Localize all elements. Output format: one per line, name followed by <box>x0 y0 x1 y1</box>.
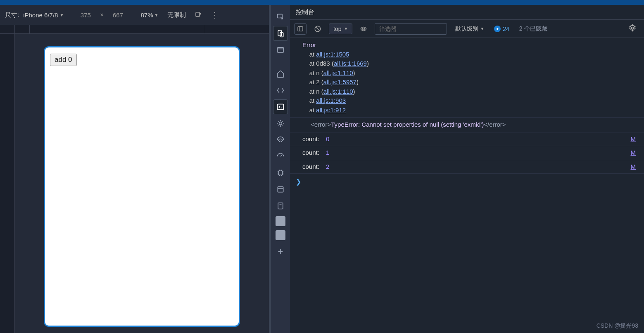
svg-point-13 <box>632 27 634 29</box>
more-options-icon[interactable]: ⋮ <box>211 10 219 20</box>
stack-line: at n (all.js:1:110) <box>302 87 638 97</box>
extension-box-1[interactable] <box>276 216 285 226</box>
console-title: 控制台 <box>296 8 314 16</box>
console-icon[interactable] <box>273 99 288 114</box>
console-output[interactable]: Error at all.js:1:1505 at 0d83 (all.js:1… <box>290 38 644 333</box>
device-toolbar: 尺寸: iPhone 6/7/8 ▼ × 87% ▼ 无限制 ⋮ <box>0 5 269 25</box>
source-link[interactable]: all.js:1:1669 <box>334 60 367 67</box>
source-link[interactable]: all.js:1:110 <box>323 69 353 76</box>
throttle-value: 无限制 <box>167 11 186 19</box>
log-value: 1 <box>326 148 329 158</box>
viewport-area: add 0 <box>0 34 269 333</box>
log-label: count: <box>302 148 319 158</box>
ruler-h-track <box>15 25 269 34</box>
log-label: count: <box>302 162 319 172</box>
device-toggle-icon[interactable] <box>273 26 288 41</box>
height-input[interactable] <box>108 12 128 19</box>
error-title: Error <box>302 41 316 48</box>
ruler-vertical <box>0 34 15 333</box>
device-emulator-panel: 尺寸: iPhone 6/7/8 ▼ × 87% ▼ 无限制 ⋮ <box>0 5 269 333</box>
source-link[interactable]: all.js:1:110 <box>323 88 353 95</box>
debugger-icon[interactable] <box>273 116 288 131</box>
svg-point-6 <box>279 122 282 125</box>
width-input[interactable] <box>75 12 96 19</box>
add-panel-icon[interactable]: + <box>273 244 288 259</box>
live-expression-icon[interactable] <box>358 24 369 34</box>
size-label: 尺寸: <box>5 11 19 19</box>
rotate-icon[interactable] <box>194 11 202 19</box>
source-link[interactable]: all.js:1:903 <box>316 97 346 104</box>
device-select[interactable]: iPhone 6/7/8 ▼ <box>23 12 64 19</box>
chevron-down-icon: ▼ <box>344 26 348 31</box>
ruler-corner <box>0 25 15 34</box>
svg-rect-1 <box>278 14 283 18</box>
zoom-value: 87% <box>141 12 153 19</box>
error-message-text: TypeError: Cannot set properties of null… <box>331 121 484 128</box>
svg-rect-0 <box>196 12 200 17</box>
level-value: 默认级别 <box>455 25 478 33</box>
source-link[interactable]: all.js:1:5957 <box>323 78 356 85</box>
sidebar-toggle-icon[interactable] <box>294 23 307 35</box>
gear-icon[interactable] <box>628 24 637 33</box>
network-icon[interactable] <box>273 132 288 147</box>
console-log-line: count:1M <box>290 146 644 160</box>
console-toolbar: top ▼ 默认级别 ▼ ● 24 2 个已隐藏 <box>290 20 644 38</box>
phone-canvas: add 0 <box>44 46 240 327</box>
svg-rect-7 <box>278 171 283 175</box>
stack-line: at all.js:1:912 <box>302 106 638 115</box>
source-link[interactable]: all.js:1:912 <box>316 106 346 113</box>
console-prompt[interactable]: ❯ <box>290 174 644 190</box>
ruler-horizontal <box>0 25 269 34</box>
add-button[interactable]: add 0 <box>50 54 77 66</box>
watermark: CSDN @摇光93 <box>596 322 638 330</box>
console-header: 控制台 <box>290 5 644 20</box>
zoom-select[interactable]: 87% ▼ <box>141 12 159 19</box>
home-icon[interactable] <box>273 66 288 81</box>
log-source-link[interactable]: M <box>631 162 639 172</box>
svg-rect-5 <box>278 104 284 109</box>
stack-line: at all.js:1:1505 <box>302 50 638 59</box>
log-source-link[interactable]: M <box>631 135 639 144</box>
application-icon[interactable] <box>273 182 288 197</box>
issue-count-value: 24 <box>503 26 509 32</box>
stack-line: at all.js:1:903 <box>302 96 638 106</box>
console-log-line: count:2M <box>290 160 644 174</box>
stack-line: at n (all.js:1:110) <box>302 68 638 78</box>
stack-line: at 2 (all.js:1:5957) <box>302 78 638 87</box>
source-link[interactable]: all.js:1:1505 <box>316 51 349 58</box>
window-icon[interactable] <box>273 43 288 57</box>
error-message-tagged: <error>TypeError: Cannot set properties … <box>290 118 644 132</box>
issues-indicator[interactable]: ● 24 <box>494 26 509 32</box>
log-source-link[interactable]: M <box>631 148 639 158</box>
log-label: count: <box>302 135 319 144</box>
storage-icon[interactable] <box>273 198 288 213</box>
inspect-icon[interactable] <box>273 9 288 24</box>
error-open-tag: <error> <box>311 121 331 128</box>
svg-rect-4 <box>278 47 284 52</box>
performance-icon[interactable] <box>273 149 288 164</box>
throttle-select[interactable]: 无限制 <box>167 11 186 19</box>
elements-icon[interactable] <box>273 83 288 98</box>
canvas-wrap: add 0 <box>15 34 269 333</box>
log-level-select[interactable]: 默认级别 ▼ <box>455 25 484 33</box>
device-name: iPhone 6/7/8 <box>23 12 58 19</box>
browser-chrome-top <box>0 0 644 5</box>
log-value: 0 <box>326 135 329 144</box>
context-value: top <box>333 26 341 32</box>
log-value: 2 <box>326 162 329 172</box>
filter-input[interactable] <box>375 23 447 35</box>
clear-console-icon[interactable] <box>312 24 323 34</box>
chevron-down-icon: ▼ <box>154 13 159 17</box>
context-select[interactable]: top ▼ <box>329 24 352 34</box>
console-log-line: count:0M <box>290 132 644 146</box>
svg-rect-10 <box>298 26 303 31</box>
extension-box-2[interactable] <box>276 230 285 240</box>
devtools-sidebar: + <box>271 5 290 333</box>
hidden-messages[interactable]: 2 个已隐藏 <box>519 25 547 33</box>
svg-rect-8 <box>278 187 283 192</box>
stack-line: at 0d83 (all.js:1:1669) <box>302 59 638 68</box>
issue-badge-icon: ● <box>494 26 501 32</box>
memory-icon[interactable] <box>273 165 288 180</box>
svg-rect-9 <box>278 203 283 209</box>
chevron-down-icon: ▼ <box>59 13 64 17</box>
